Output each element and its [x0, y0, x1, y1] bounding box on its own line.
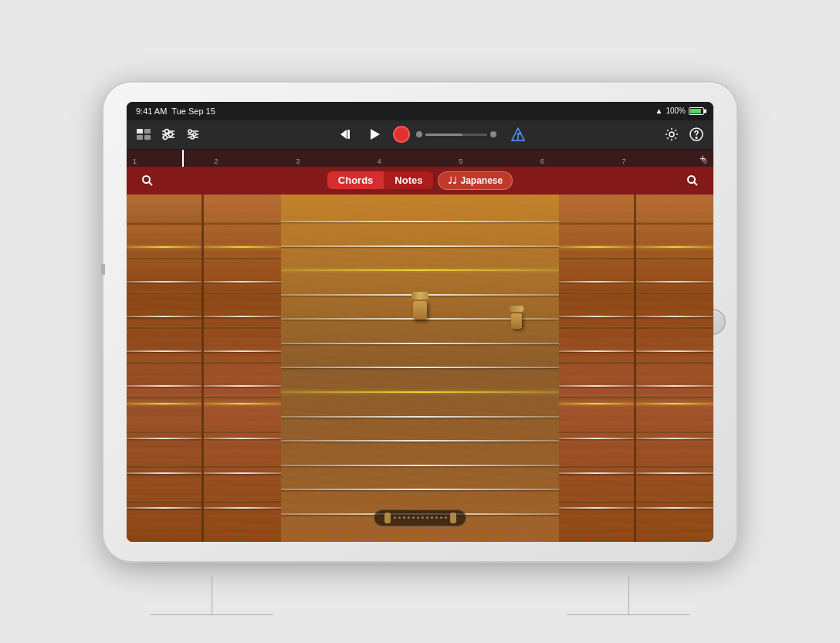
- record-button[interactable]: [393, 126, 410, 143]
- koto-bridge-right: [507, 306, 526, 329]
- connector-lines: [103, 576, 737, 615]
- svg-point-27: [688, 176, 695, 183]
- scale-name: Japanese: [460, 175, 503, 186]
- help-button[interactable]: [687, 125, 706, 144]
- svg-point-13: [188, 130, 191, 133]
- right-col-a[interactable]: [559, 195, 636, 542]
- battery-icon: [689, 107, 704, 115]
- timeline-playhead: [182, 150, 184, 167]
- right-col-b[interactable]: [636, 195, 713, 542]
- instrument-wrapper: Chords Notes ♩♩ Japanese: [127, 167, 713, 542]
- side-button[interactable]: [101, 264, 105, 275]
- chords-mode-button[interactable]: Chords: [327, 171, 384, 189]
- scale-selector-button[interactable]: ♩♩ Japanese: [438, 171, 513, 190]
- play-button[interactable]: [365, 125, 384, 144]
- ruler-mark-7: 7: [622, 157, 625, 165]
- ruler-mark-3: 3: [296, 157, 300, 165]
- svg-line-26: [149, 182, 152, 185]
- svg-rect-17: [347, 130, 350, 139]
- svg-rect-2: [137, 135, 143, 140]
- scroll-pickup[interactable]: [374, 509, 466, 526]
- ipad-device: 9:41 AM Tue Sep 15 ▲ 100%: [103, 83, 737, 561]
- add-track-button[interactable]: +: [696, 152, 709, 164]
- scale-icon: ♩♩: [448, 175, 457, 186]
- status-date: Tue Sep 15: [171, 107, 215, 116]
- rewind-button[interactable]: [337, 125, 356, 144]
- svg-rect-1: [144, 129, 151, 134]
- instrument-controls: Chords Notes ♩♩ Japanese: [127, 167, 713, 195]
- svg-rect-3: [144, 135, 151, 140]
- koto-instrument[interactable]: [127, 195, 713, 542]
- koto-bridge-center: [408, 292, 432, 321]
- volume-control[interactable]: [416, 131, 496, 137]
- ruler-mark-1: 1: [133, 157, 137, 165]
- svg-marker-18: [371, 129, 380, 140]
- left-col-a[interactable]: [127, 195, 204, 542]
- center-controls: Chords Notes ♩♩ Japanese: [327, 171, 513, 190]
- metronome-button[interactable]: [509, 125, 527, 144]
- koto-center-panel[interactable]: [281, 195, 559, 542]
- left-col-b[interactable]: [204, 195, 281, 542]
- connector-right: [567, 576, 690, 615]
- svg-point-25: [143, 176, 150, 183]
- svg-point-7: [165, 130, 169, 134]
- settings-button[interactable]: [662, 125, 681, 144]
- status-time: 9:41 AM: [136, 107, 167, 116]
- ruler-mark-4: 4: [378, 157, 381, 165]
- tracks-button[interactable]: [134, 125, 153, 144]
- battery-percent: 100%: [666, 107, 686, 115]
- eq-button[interactable]: [184, 125, 202, 144]
- mix-button[interactable]: [159, 125, 178, 144]
- ruler-mark-2: 2: [215, 157, 218, 165]
- timeline-ruler: 1 2 3 4 5 6 7 8 +: [127, 150, 713, 167]
- search-right-button[interactable]: [684, 172, 701, 189]
- svg-point-8: [169, 133, 173, 137]
- ipad-screen: 9:41 AM Tue Sep 15 ▲ 100%: [127, 102, 713, 542]
- svg-rect-0: [137, 129, 143, 134]
- search-left-button[interactable]: [139, 172, 156, 189]
- notes-mode-button[interactable]: Notes: [384, 171, 433, 189]
- connector-left: [150, 576, 273, 615]
- koto-right-panel[interactable]: [559, 195, 713, 542]
- svg-point-15: [191, 136, 194, 139]
- koto-left-panel[interactable]: [127, 195, 281, 542]
- svg-point-9: [164, 136, 168, 140]
- svg-point-24: [696, 137, 697, 139]
- ruler-marks: 1 2 3 4 5 6 7 8: [127, 157, 713, 165]
- svg-point-14: [193, 133, 196, 136]
- status-bar: 9:41 AM Tue Sep 15 ▲ 100%: [127, 102, 713, 120]
- svg-marker-16: [340, 130, 347, 139]
- svg-point-22: [669, 132, 674, 137]
- ruler-mark-5: 5: [459, 157, 462, 165]
- svg-line-28: [694, 182, 697, 185]
- toolbar: [127, 120, 713, 150]
- ruler-mark-6: 6: [540, 157, 544, 165]
- wifi-icon: ▲: [655, 107, 663, 115]
